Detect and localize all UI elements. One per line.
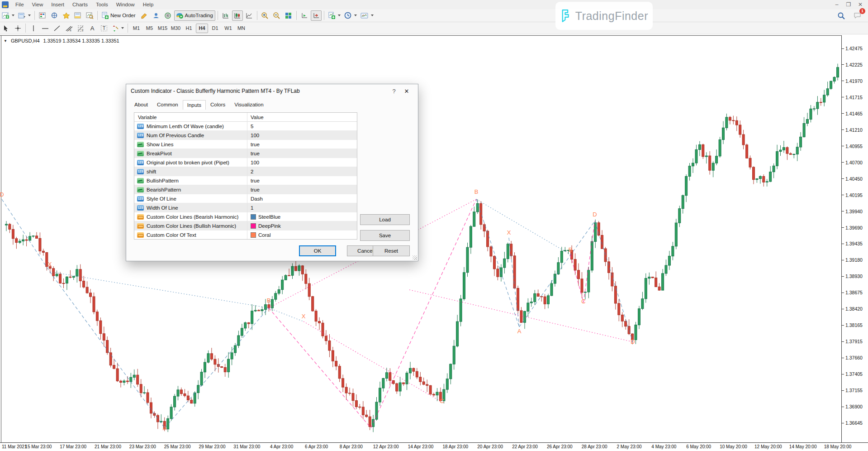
table-row[interactable]: BullishPatterntrue — [134, 176, 357, 185]
close-button[interactable]: ✕ — [855, 1, 865, 8]
crosshair-button[interactable] — [12, 23, 23, 34]
timeframe-w1[interactable]: W1 — [222, 24, 234, 33]
timeframe-d1[interactable]: D1 — [209, 24, 221, 33]
ok-button[interactable]: OK — [299, 245, 336, 256]
arrows-button[interactable] — [110, 23, 125, 34]
data-window-button[interactable] — [49, 10, 60, 21]
table-row[interactable]: BearishPatterntrue — [134, 185, 357, 194]
metaeditor-button[interactable] — [139, 10, 150, 21]
navigator-button[interactable] — [61, 10, 71, 21]
menu-help[interactable]: Help — [139, 1, 158, 8]
timeframe-m5[interactable]: M5 — [143, 24, 156, 33]
tab-colors[interactable]: Colors — [206, 100, 230, 109]
close-dialog-button[interactable]: ✕ — [400, 88, 413, 95]
param-label: Original pivot to broken pivot (Pipet) — [147, 160, 229, 165]
templates-button[interactable] — [359, 10, 375, 21]
minimize-button[interactable]: – — [832, 1, 842, 8]
restore-button[interactable]: ❐ — [844, 1, 854, 8]
fibonacci-button[interactable]: F — [75, 23, 86, 34]
table-row[interactable]: 123Original pivot to broken pivot (Pipet… — [134, 158, 357, 167]
timeframe-m15[interactable]: M15 — [157, 24, 169, 33]
strategy-tester-button[interactable] — [84, 10, 95, 21]
resize-grip[interactable] — [413, 255, 417, 260]
menu-charts[interactable]: Charts — [68, 1, 92, 8]
vertical-line-button[interactable] — [28, 23, 39, 34]
periods-button[interactable] — [343, 10, 358, 21]
zoom-out-button[interactable] — [271, 10, 282, 21]
autotrading-button[interactable]: AutoTrading — [174, 10, 215, 21]
time-tick-label: 4 Apr 23:00 — [270, 444, 293, 449]
profiles-button[interactable] — [17, 10, 32, 21]
terminal-button[interactable] — [72, 10, 83, 21]
market-watch-button[interactable] — [37, 10, 48, 21]
menu-tools[interactable]: Tools — [92, 1, 112, 8]
help-button[interactable]: ? — [388, 88, 400, 95]
timeframe-mn[interactable]: MN — [235, 24, 247, 33]
param-value[interactable]: 100 — [251, 160, 259, 165]
param-value[interactable]: 2 — [251, 169, 253, 174]
indicators-button[interactable] — [327, 10, 342, 21]
load-button[interactable]: Load — [360, 214, 410, 225]
table-row[interactable]: 123Width Of Line1 — [134, 203, 357, 212]
param-value[interactable]: 100 — [251, 133, 259, 138]
notifications-button[interactable]: 1 — [852, 10, 863, 21]
inputs-table[interactable]: VariableValue123Minimum Lenth Of Wave (c… — [134, 112, 357, 240]
price-axis[interactable]: 1.424751.422251.419701.417151.414651.412… — [842, 34, 868, 442]
trendline-button[interactable] — [52, 23, 62, 34]
market-button[interactable] — [162, 10, 173, 21]
param-value[interactable]: DeepPink — [258, 223, 281, 229]
time-axis[interactable]: 11 Mar 202115 Mar 23:0017 Mar 23:0021 Ma… — [0, 443, 841, 451]
channel-button[interactable]: E — [63, 23, 74, 34]
text-button[interactable]: A — [87, 23, 98, 34]
collapse-triangle-icon[interactable]: ▼ — [4, 39, 7, 43]
dialog-titlebar[interactable]: Custom Indicator - Classic Bufferfly Har… — [126, 84, 418, 98]
param-value[interactable]: SteelBlue — [258, 214, 280, 220]
menu-view[interactable]: View — [28, 1, 47, 8]
line-chart-button[interactable] — [244, 10, 255, 21]
table-row[interactable]: 123shift2 — [134, 167, 357, 176]
save-button[interactable]: Save — [360, 230, 410, 241]
table-row[interactable]: 123Style Of LineDash — [134, 194, 357, 203]
timeframe-m1[interactable]: M1 — [130, 24, 142, 33]
price-tick-label: 1.36645 — [842, 420, 868, 426]
new-order-button[interactable]: New Order — [100, 10, 138, 21]
tab-about[interactable]: About — [130, 100, 152, 109]
table-row[interactable]: BreakPivottrue — [134, 149, 357, 158]
param-value[interactable]: true — [251, 142, 260, 147]
tile-windows-button[interactable] — [283, 10, 294, 21]
zoom-in-button[interactable] — [260, 10, 270, 21]
text-label-button[interactable]: T — [99, 23, 109, 34]
table-row[interactable]: Custom Color Of TextCoral — [134, 230, 357, 240]
cursor-button[interactable] — [0, 23, 11, 34]
tab-common[interactable]: Common — [152, 100, 183, 109]
chart-shift-button[interactable] — [311, 10, 322, 21]
bar-chart-button[interactable] — [220, 10, 231, 21]
table-row[interactable]: 123Num Of Previous Candle100 — [134, 131, 357, 140]
menu-window[interactable]: Window — [112, 1, 139, 8]
param-value[interactable]: Dash — [251, 196, 263, 202]
menu-insert[interactable]: Insert — [47, 1, 68, 8]
auto-scroll-button[interactable] — [299, 10, 310, 21]
param-value[interactable]: true — [251, 187, 260, 192]
candlestick-chart-button[interactable] — [232, 10, 243, 21]
timeframe-h1[interactable]: H1 — [183, 24, 195, 33]
tab-visualization[interactable]: Visualization — [230, 100, 268, 109]
param-value[interactable]: Coral — [258, 232, 270, 238]
community-button[interactable] — [151, 10, 161, 21]
param-value[interactable]: true — [251, 151, 260, 156]
timeframe-h4[interactable]: H4 — [196, 24, 208, 33]
horizontal-line-button[interactable] — [40, 23, 51, 34]
table-row[interactable]: Custom Color Lines (Bearish Harmonic)Ste… — [134, 212, 357, 221]
new-chart-button[interactable] — [0, 10, 16, 21]
table-row[interactable]: 123Minimum Lenth Of Wave (candle)5 — [134, 122, 357, 131]
menu-file[interactable]: File — [11, 1, 28, 8]
reset-button[interactable]: Reset — [373, 245, 410, 256]
table-row[interactable]: Custom Color Lines (Bullish Harmonic)Dee… — [134, 221, 357, 230]
param-value[interactable]: 5 — [251, 124, 253, 129]
search-button[interactable] — [836, 10, 847, 21]
table-row[interactable]: Show Linestrue — [134, 140, 357, 149]
timeframe-m30[interactable]: M30 — [170, 24, 182, 33]
param-value[interactable]: 1 — [251, 205, 253, 211]
param-value[interactable]: true — [251, 178, 260, 183]
tab-inputs[interactable]: Inputs — [183, 100, 206, 110]
